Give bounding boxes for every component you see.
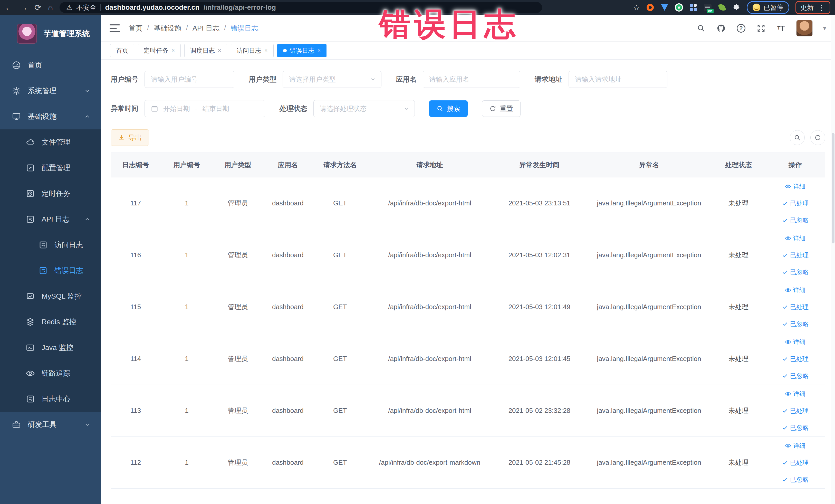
sidebar-item-java-monitor[interactable]: Java 监控 xyxy=(0,335,101,361)
app-logo-row[interactable]: 芋道管理系统 xyxy=(0,15,101,53)
user-menu-caret-icon[interactable]: ▾ xyxy=(823,24,826,32)
extension-leaf-icon[interactable] xyxy=(718,3,726,12)
mark-ignored-link[interactable]: 已忽略 xyxy=(782,216,809,224)
mark-ignored-link[interactable]: 已忽略 xyxy=(782,476,809,484)
scrollbar-track[interactable] xyxy=(831,15,835,504)
detail-link[interactable]: 详细 xyxy=(785,182,806,190)
header-search-icon[interactable] xyxy=(696,23,706,33)
browser-update-button[interactable]: 更新 ⋮ xyxy=(795,1,830,14)
user-avatar[interactable] xyxy=(796,20,813,37)
tab-close-icon[interactable]: × xyxy=(264,47,268,54)
breadcrumb-infra[interactable]: 基础设施 xyxy=(154,24,182,33)
search-button[interactable]: 搜索 xyxy=(429,100,468,117)
mark-processed-link[interactable]: 已处理 xyxy=(782,407,809,415)
extension-on-badge-icon[interactable]: on xyxy=(704,3,712,12)
time-cell: 2021-05-03 12:01:49 xyxy=(492,301,587,313)
sidebar-item-error-log[interactable]: 错误日志 xyxy=(0,258,101,283)
mark-ignored-link[interactable]: 已忽略 xyxy=(782,268,809,276)
table-row: 112 1 管理员 dashboard GET /api/infra/db-do… xyxy=(110,437,825,489)
detail-link[interactable]: 详细 xyxy=(785,338,806,346)
help-icon[interactable]: ? xyxy=(736,23,746,33)
extension-grid-icon[interactable] xyxy=(689,3,697,12)
export-button[interactable]: 导出 xyxy=(110,129,149,146)
exception-time-range-picker[interactable]: 开始日期 - 结束日期 xyxy=(144,100,265,117)
mark-processed-link[interactable]: 已处理 xyxy=(782,199,809,207)
user-id-input[interactable] xyxy=(144,71,235,88)
address-bar[interactable]: ⚠ 不安全 dashboard.yudao.iocoder.cn/infra/l… xyxy=(60,2,542,13)
sidebar-item-tracing[interactable]: 链路追踪 xyxy=(0,361,101,386)
browser-back-icon[interactable]: ← xyxy=(5,3,13,12)
tab-close-icon[interactable]: × xyxy=(318,47,321,54)
toggle-search-button[interactable] xyxy=(790,130,805,145)
table-row: 116 1 管理员 dashboard GET /api/infra/db-do… xyxy=(110,229,825,281)
reset-button[interactable]: 重置 xyxy=(482,100,521,117)
app-name-input[interactable] xyxy=(423,71,520,88)
mark-processed-link[interactable]: 已处理 xyxy=(782,355,809,363)
user-type-select[interactable]: 请选择用户类型 xyxy=(283,71,382,88)
mark-processed-link[interactable]: 已处理 xyxy=(782,303,809,311)
fullscreen-icon[interactable] xyxy=(756,23,766,33)
sidebar-item-api-log[interactable]: API 日志 xyxy=(0,206,101,232)
sidebar-item-infra[interactable]: 基础设施 xyxy=(0,104,101,129)
detail-link[interactable]: 详细 xyxy=(785,442,806,450)
mark-ignored-link[interactable]: 已忽略 xyxy=(782,424,809,432)
extension-shield-icon[interactable] xyxy=(660,3,669,12)
sidebar-item-access-log[interactable]: 访问日志 xyxy=(0,232,101,258)
sidebar-item-log-center[interactable]: 日志中心 xyxy=(0,386,101,412)
mark-processed-link[interactable]: 已处理 xyxy=(782,251,809,259)
breadcrumb-home[interactable]: 首页 xyxy=(128,24,142,33)
sidebar-item-scheduled-jobs[interactable]: 定时任务 xyxy=(0,181,101,206)
font-size-icon[interactable]: TT xyxy=(776,23,786,33)
active-tab-dot xyxy=(283,49,287,53)
extensions-puzzle-icon[interactable] xyxy=(732,3,740,12)
detail-link[interactable]: 详细 xyxy=(785,390,806,398)
user-id-cell: 1 xyxy=(161,249,213,261)
tab-home[interactable]: 首页 xyxy=(110,44,134,57)
sidebar-item-dev-tools[interactable]: 研发工具 xyxy=(0,412,101,438)
detail-link[interactable]: 详细 xyxy=(785,286,806,294)
sidebar-item-system[interactable]: 系统管理 xyxy=(0,78,101,104)
mark-ignored-link[interactable]: 已忽略 xyxy=(782,372,809,380)
tab-access-log[interactable]: 访问日志× xyxy=(231,44,273,57)
tab-scheduled-jobs[interactable]: 定时任务× xyxy=(138,44,181,57)
request-url-input[interactable] xyxy=(569,71,667,88)
scrollbar-thumb[interactable] xyxy=(832,133,834,243)
refresh-table-button[interactable] xyxy=(810,130,825,145)
sidebar-item-home[interactable]: 首页 xyxy=(0,53,101,78)
detail-link[interactable]: 详细 xyxy=(785,234,806,242)
breadcrumb-api-log[interactable]: API 日志 xyxy=(192,24,220,33)
breadcrumb-error-log: 错误日志 xyxy=(231,24,259,33)
bookmark-star-icon[interactable]: ☆ xyxy=(633,3,640,12)
app-logo xyxy=(17,24,37,44)
tab-close-icon[interactable]: × xyxy=(218,47,221,54)
sidebar-item-config-manage[interactable]: 配置管理 xyxy=(0,155,101,181)
user-id-cell: 1 xyxy=(161,197,213,209)
tab-schedule-log[interactable]: 调度日志× xyxy=(184,44,227,57)
mark-processed-link[interactable]: 已处理 xyxy=(782,459,809,467)
mark-ignored-link[interactable]: 已忽略 xyxy=(782,320,809,328)
github-icon[interactable] xyxy=(716,23,726,33)
eye-icon xyxy=(26,369,35,378)
tag-view-bar: 首页 定时任务× 调度日志× 访问日志× 错误日志× xyxy=(101,42,835,60)
sidebar-item-redis-monitor[interactable]: Redis 监控 xyxy=(0,309,101,335)
browser-menu-kebab-icon[interactable]: ⋮ xyxy=(818,3,826,12)
sidebar-item-mysql-monitor[interactable]: MySQL 监控 xyxy=(0,283,101,309)
sidebar-item-file-manage[interactable]: 文件管理 xyxy=(0,129,101,155)
paused-extension-badge[interactable]: 已暂停 xyxy=(747,1,789,14)
tab-error-log[interactable]: 错误日志× xyxy=(277,44,327,57)
browser-reload-icon[interactable]: ⟳ xyxy=(34,3,41,12)
sidebar-collapse-icon[interactable] xyxy=(109,24,120,33)
tab-close-icon[interactable]: × xyxy=(171,47,175,54)
extension-orange-icon[interactable] xyxy=(646,3,654,12)
extension-v-icon[interactable]: V xyxy=(675,3,683,12)
log-id-cell: 114 xyxy=(110,353,161,365)
browser-forward-icon[interactable]: → xyxy=(20,3,28,12)
end-date-placeholder: 结束日期 xyxy=(203,104,229,113)
browser-chrome: ← → ⟳ ⌂ ⚠ 不安全 dashboard.yudao.iocoder.cn… xyxy=(0,0,835,15)
user-id-cell: 1 xyxy=(161,301,213,313)
process-status-select[interactable]: 请选择处理状态 xyxy=(313,100,415,117)
log-icon xyxy=(26,395,35,404)
browser-home-icon[interactable]: ⌂ xyxy=(48,3,53,12)
error-log-table: 日志编号 用户编号 用户类型 应用名 请求方法名 请求地址 异常发生时间 异常名… xyxy=(110,153,825,489)
method-cell: GET xyxy=(313,353,367,365)
